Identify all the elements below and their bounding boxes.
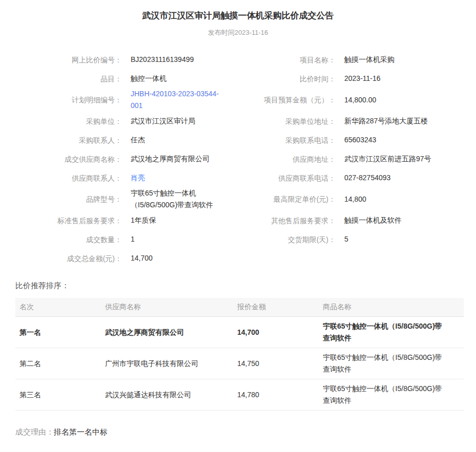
header-supplier-name: 供应商名称 bbox=[101, 303, 233, 312]
label-supplier-address: 供应商地址： bbox=[256, 154, 336, 164]
publish-date: 发布时间2023-11-16 bbox=[0, 28, 476, 37]
plan-detail-number-link[interactable]: JHBH-420103-2023-03544- 001 bbox=[131, 90, 219, 110]
header-rank: 名次 bbox=[15, 303, 101, 312]
form-row: 计划明细编号： JHBH-420103-2023-03544- 001 项目预算… bbox=[15, 88, 464, 112]
table-row: 第二名 广州市宇联电子科技有限公司 14,750 宇联65寸触控一体机（I5/8… bbox=[15, 348, 464, 379]
label-category: 品目： bbox=[15, 74, 122, 84]
cell-product: 宇联65寸触控一体机（I5/8G/500G)带 查询软件 bbox=[319, 348, 464, 379]
header-product-name: 商品名称 bbox=[319, 303, 464, 312]
form-row: 成交供应商名称： 武汉地之厚商贸有限公司 供应商地址： 武汉市江汉区前进五路97… bbox=[15, 149, 464, 168]
label-supplier-contact: 供应商联系人： bbox=[15, 173, 122, 183]
cell-price: 14,700 bbox=[233, 323, 319, 342]
cell-supplier: 广州市宇联电子科技有限公司 bbox=[101, 354, 233, 373]
cell-supplier: 武汉兴懿通达科技有限公司 bbox=[101, 385, 233, 404]
label-online-price-code: 网上比价编号： bbox=[15, 55, 122, 65]
value-project-name: 触摸一体机采购 bbox=[336, 54, 464, 66]
ranking-table: 名次 供应商名称 报价金额 商品名称 第一名 武汉地之厚商贸有限公司 14,70… bbox=[15, 298, 464, 411]
label-purchaser-contact: 采购联系人： bbox=[15, 135, 122, 145]
value-category: 触控一体机 bbox=[122, 73, 256, 84]
form-row: 供应商联系人： 肖亮 供应商联系电话： 027-82754093 bbox=[15, 168, 464, 187]
label-other-after-sales: 其他售后服务要求： bbox=[256, 216, 336, 226]
value-total-amount: 14,700 bbox=[122, 252, 256, 264]
value-delivery-days: 5 bbox=[336, 233, 464, 245]
label-max-unit-price: 最高限定单价(元)： bbox=[256, 194, 336, 204]
label-budget-amount: 项目预算金额（元）： bbox=[256, 95, 336, 105]
value-purchaser-unit: 武汉市江汉区审计局 bbox=[122, 115, 256, 127]
form-row: 标准售后服务要求： 1年质保 其他售后服务要求： 触摸一体机及软件 bbox=[15, 211, 464, 230]
cell-rank: 第一名 bbox=[15, 323, 101, 342]
page-title: 武汉市江汉区审计局触摸一体机采购比价成交公告 bbox=[0, 0, 476, 21]
label-purchaser-phone: 采购联系电话： bbox=[256, 135, 336, 145]
label-winning-supplier: 成交供应商名称： bbox=[15, 154, 122, 164]
label-plan-detail-number: 计划明细编号： bbox=[15, 95, 122, 105]
value-purchaser-contact: 任杰 bbox=[122, 134, 256, 146]
form-row: 品牌型号： 宇联65寸触控一体机 （I5/8G/500G)带查询软件 最高限定单… bbox=[15, 187, 464, 211]
label-total-amount: 成交总金额(元)： bbox=[15, 253, 122, 264]
form-row: 网上比价编号： BJ20231116139499 项目名称： 触摸一体机采购 bbox=[15, 50, 464, 69]
label-compare-time: 比价时间： bbox=[256, 74, 336, 84]
deal-reason: 成交理由：排名第一名中标 bbox=[15, 427, 476, 437]
label-standard-after-sales: 标准售后服务要求： bbox=[15, 216, 122, 226]
label-brand-model: 品牌型号： bbox=[15, 194, 122, 204]
label-purchaser-unit: 采购单位： bbox=[15, 116, 122, 126]
form-row: 成交数量： 1 交货期限(天)： 5 bbox=[15, 230, 464, 249]
detail-form: 网上比价编号： BJ20231116139499 项目名称： 触摸一体机采购 品… bbox=[15, 50, 464, 268]
table-row: 第一名 武汉地之厚商贸有限公司 14,700 宇联65寸触控一体机（I5/8G/… bbox=[15, 317, 464, 348]
ranking-table-header: 名次 供应商名称 报价金额 商品名称 bbox=[15, 298, 464, 317]
value-max-unit-price: 14,800 bbox=[336, 193, 464, 205]
label-delivery-days: 交货期限(天)： bbox=[256, 234, 336, 245]
value-supplier-address: 武汉市江汉区前进五路97号 bbox=[336, 153, 464, 165]
label-purchaser-address: 采购单位地址： bbox=[256, 116, 336, 126]
value-winning-supplier: 武汉地之厚商贸有限公司 bbox=[122, 153, 256, 165]
value-purchaser-phone: 65603243 bbox=[336, 134, 464, 146]
value-standard-after-sales: 1年质保 bbox=[122, 214, 256, 226]
label-supplier-phone: 供应商联系电话： bbox=[256, 173, 336, 183]
label-project-name: 项目名称： bbox=[256, 55, 336, 65]
deal-reason-label: 成交理由： bbox=[15, 427, 54, 436]
cell-supplier: 武汉地之厚商贸有限公司 bbox=[101, 323, 233, 342]
ranking-section-title: 比价推荐排序： bbox=[15, 281, 476, 291]
deal-reason-value: 排名第一名中标 bbox=[54, 427, 108, 436]
value-supplier-phone: 027-82754093 bbox=[336, 172, 464, 184]
cell-rank: 第三名 bbox=[15, 385, 101, 404]
value-deal-quantity: 1 bbox=[122, 233, 256, 245]
announcement-page: 武汉市江汉区审计局触摸一体机采购比价成交公告 发布时间2023-11-16 网上… bbox=[0, 0, 476, 437]
value-online-price-code: BJ20231116139499 bbox=[122, 54, 256, 66]
value-budget-amount: 14,800.00 bbox=[336, 94, 464, 106]
cell-price: 14,780 bbox=[233, 385, 319, 404]
cell-product: 宇联65寸触控一体机（I5/8G/500G)带 查询软件 bbox=[319, 317, 464, 348]
supplier-contact-link[interactable]: 肖亮 bbox=[131, 174, 145, 182]
cell-product: 宇联65寸触控一体机（I5/8G/500G)带 查询软件 bbox=[319, 379, 464, 410]
form-row: 成交总金额(元)： 14,700 bbox=[15, 249, 464, 268]
form-row: 采购联系人： 任杰 采购联系电话： 65603243 bbox=[15, 131, 464, 149]
form-row: 采购单位： 武汉市江汉区审计局 采购单位地址： 新华路287号添地大厦五楼 bbox=[15, 112, 464, 131]
table-row: 第三名 武汉兴懿通达科技有限公司 14,780 宇联65寸触控一体机（I5/8G… bbox=[15, 379, 464, 411]
cell-rank: 第二名 bbox=[15, 354, 101, 373]
value-purchaser-address: 新华路287号添地大厦五楼 bbox=[336, 115, 464, 127]
value-brand-model: 宇联65寸触控一体机 （I5/8G/500G)带查询软件 bbox=[122, 187, 256, 211]
header-quote-amount: 报价金额 bbox=[233, 303, 319, 312]
form-row: 品目： 触控一体机 比价时间： 2023-11-16 bbox=[15, 69, 464, 88]
value-other-after-sales: 触摸一体机及软件 bbox=[336, 214, 464, 226]
value-compare-time: 2023-11-16 bbox=[336, 73, 464, 84]
cell-price: 14,750 bbox=[233, 354, 319, 373]
label-deal-quantity: 成交数量： bbox=[15, 234, 122, 245]
